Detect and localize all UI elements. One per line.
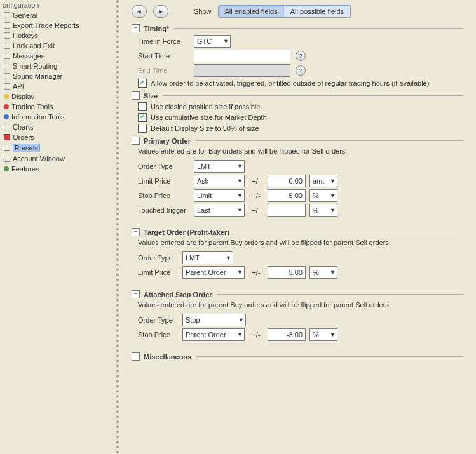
show-possible-button[interactable]: All possible fields [284, 6, 350, 17]
default-display-label: Default Display Size to 50% of size [151, 124, 259, 132]
timing-toggle[interactable]: – [132, 24, 140, 32]
plus-minus-label: +/- [248, 177, 264, 185]
target-limit-unit-select[interactable]: %▼ [309, 266, 337, 279]
chevron-down-icon: ▼ [237, 269, 243, 276]
sidebar-item-general[interactable]: General [0, 10, 116, 20]
sidebar-item-label: Sound Manager [13, 72, 62, 80]
primary-limit-value-input[interactable]: 0.00 [268, 175, 306, 187]
chevron-down-icon: ▼ [226, 255, 231, 261]
toolbar: ◄ ► Show All enabled fields All possible… [132, 5, 463, 18]
primary-title: Primary Order [144, 137, 191, 145]
chevron-down-icon: ▼ [237, 192, 243, 199]
cumulative-size-checkbox[interactable]: ✔ [138, 113, 147, 122]
sidebar-item-features[interactable]: Features [0, 164, 116, 174]
touched-value-input[interactable] [268, 204, 306, 217]
plus-minus-label: +/- [248, 331, 264, 338]
chevron-down-icon: ▼ [237, 207, 243, 213]
target-toggle[interactable]: – [132, 228, 140, 236]
primary-order-type-select[interactable]: LMT▼ [194, 160, 245, 173]
sidebar-item-export-trade-reports[interactable]: Export Trade Reports [0, 20, 116, 30]
sidebar-item-label: Smart Routing [13, 62, 57, 70]
attached-stop-price-label: Stop Price [138, 331, 182, 338]
sidebar-item-api[interactable]: API [0, 81, 116, 91]
attached-stop-base-select[interactable]: Parent Order▼ [182, 328, 245, 341]
sidebar-item-information-tools[interactable]: Information Tools [0, 112, 116, 122]
closing-position-checkbox[interactable] [138, 102, 147, 111]
attached-title: Attached Stop Order [144, 291, 212, 298]
attached-stop-unit-select[interactable]: %▼ [309, 328, 337, 341]
misc-title: Miscellaneous [144, 353, 191, 361]
primary-stop-unit-select[interactable]: %▼ [309, 189, 337, 202]
primary-toggle[interactable]: – [132, 137, 140, 145]
primary-hint: Values entered are for Buy orders and wi… [138, 147, 463, 155]
plus-minus-label: +/- [248, 269, 264, 276]
nav-back-button[interactable]: ◄ [132, 5, 147, 18]
touched-unit-select[interactable]: %▼ [309, 204, 337, 217]
sidebar-item-label: Features [11, 165, 39, 173]
target-limit-price-label: Limit Price [138, 269, 182, 276]
touched-base-select[interactable]: Last▼ [194, 204, 245, 217]
primary-limit-unit-select[interactable]: amt▼ [309, 175, 337, 187]
sidebar-item-label: Export Trade Reports [13, 22, 79, 29]
sidebar-item-smart-routing[interactable]: Smart Routing [0, 61, 116, 71]
sidebar-item-trading-tools[interactable]: Trading Tools [0, 102, 116, 112]
plus-minus-label: +/- [248, 192, 264, 199]
sidebar-item-label: Hotkeys [13, 32, 38, 39]
sidebar-item-account-window[interactable]: Account Window [0, 154, 116, 164]
sidebar-item-hotkeys[interactable]: Hotkeys [0, 30, 116, 41]
primary-stop-price-label: Stop Price [138, 192, 194, 199]
end-time-input [194, 64, 290, 77]
sidebar-item-lock-and-exit[interactable]: Lock and Exit [0, 41, 116, 51]
sidebar-item-label: API [13, 83, 24, 90]
attached-toggle[interactable]: – [132, 290, 140, 298]
allow-outside-hours-checkbox[interactable]: ✔ [138, 79, 147, 88]
attached-order-type-select[interactable]: Stop▼ [182, 314, 246, 326]
show-enabled-button[interactable]: All enabled fields [219, 6, 284, 17]
target-title: Target Order (Profit-taker) [144, 229, 229, 236]
sidebar-item-charts[interactable]: Charts [0, 122, 116, 132]
start-time-input[interactable] [194, 50, 290, 62]
sidebar-item-presets[interactable]: Presets [0, 142, 116, 154]
plus-minus-label: +/- [248, 206, 264, 214]
target-order-type-select[interactable]: LMT▼ [182, 251, 233, 264]
touched-trigger-label: Touched trigger [138, 206, 194, 214]
sidebar-item-orders[interactable]: Orders [0, 132, 116, 142]
sidebar-item-label: Orders [13, 133, 34, 141]
target-order-type-label: Order Type [138, 254, 182, 262]
default-display-checkbox[interactable] [138, 124, 147, 133]
chevron-down-icon: ▼ [237, 163, 243, 170]
primary-stop-base-select[interactable]: Limit▼ [194, 189, 245, 202]
main-panel: ◄ ► Show All enabled fields All possible… [119, 0, 476, 454]
sidebar-item-display[interactable]: Display [0, 91, 116, 102]
chevron-down-icon: ▼ [330, 269, 336, 276]
chevron-down-icon: ▼ [223, 38, 229, 44]
help-icon[interactable]: ? [296, 65, 306, 76]
sidebar-item-label: Information Tools [11, 113, 65, 121]
chevron-down-icon: ▼ [238, 317, 244, 323]
size-toggle[interactable]: – [132, 91, 140, 100]
chevron-down-icon: ▼ [330, 331, 336, 338]
sidebar-item-label: Messages [13, 52, 44, 60]
closing-position-label: Use closing position size if possible [151, 103, 260, 110]
attached-hint: Values entered are for parent Buy orders… [138, 301, 463, 309]
target-hint: Values entered are for parent Buy orders… [138, 239, 463, 246]
sidebar: onfiguration GeneralExport Trade Reports… [0, 0, 119, 454]
sidebar-item-label: General [13, 11, 37, 19]
chevron-down-icon: ▼ [237, 178, 243, 184]
primary-limit-base-select[interactable]: Ask▼ [194, 175, 245, 187]
primary-order-type-label: Order Type [138, 163, 194, 170]
show-label: Show [194, 8, 212, 15]
primary-stop-value-input[interactable]: 5.00 [268, 189, 306, 202]
sidebar-item-sound-manager[interactable]: Sound Manager [0, 71, 116, 81]
attached-stop-value-input[interactable]: -3.00 [268, 328, 306, 341]
time-in-force-select[interactable]: GTC▼ [194, 35, 231, 48]
attached-order-type-label: Order Type [138, 316, 182, 324]
nav-forward-button[interactable]: ► [153, 5, 168, 18]
target-limit-base-select[interactable]: Parent Order▼ [182, 266, 245, 279]
misc-toggle[interactable]: – [132, 352, 140, 361]
timing-title: Timing* [144, 25, 169, 32]
help-icon[interactable]: ? [296, 51, 306, 61]
sidebar-item-messages[interactable]: Messages [0, 51, 116, 61]
target-limit-value-input[interactable]: 5.00 [268, 266, 306, 279]
time-in-force-label: Time in Force [138, 37, 194, 45]
